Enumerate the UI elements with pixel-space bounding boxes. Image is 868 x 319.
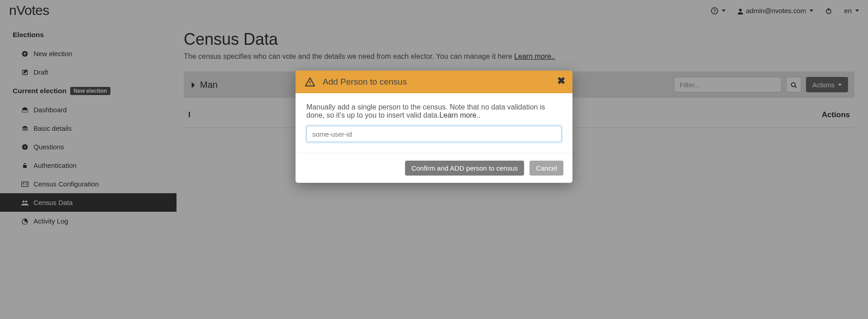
user-id-input[interactable]: [306, 126, 562, 142]
modal-learn-more-link[interactable]: Learn more..: [439, 111, 481, 119]
confirm-add-button[interactable]: Confirm and ADD person to census: [405, 161, 524, 176]
modal-body: Manually add a single person to the cens…: [296, 93, 572, 153]
modal-overlay[interactable]: Add Person to census ✖ Manually add a si…: [0, 0, 868, 319]
modal-title: Add Person to census: [323, 77, 407, 87]
cancel-button[interactable]: Cancel: [529, 161, 563, 176]
modal-header: Add Person to census ✖: [296, 71, 572, 93]
warning-icon: [305, 77, 315, 87]
add-person-modal: Add Person to census ✖ Manually add a si…: [296, 71, 572, 183]
modal-footer: Confirm and ADD person to census Cancel: [296, 153, 572, 183]
modal-close-button[interactable]: ✖: [557, 75, 565, 87]
modal-description: Manually add a single person to the cens…: [306, 103, 545, 119]
svg-point-26: [310, 84, 310, 85]
